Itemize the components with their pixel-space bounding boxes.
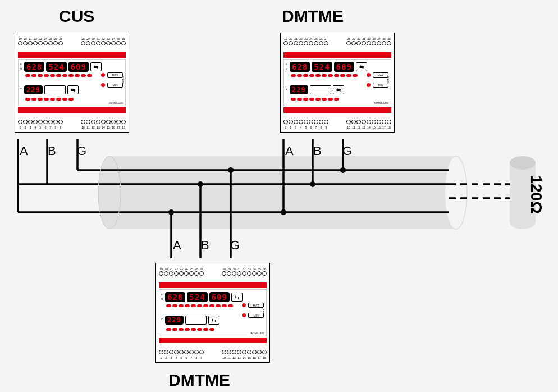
- terminal-strip-bottom: 1 2 3 4 5 6 7 8 9 10 11 12 13 14 15 16 1…: [18, 115, 126, 129]
- display-value-1: 628: [24, 62, 44, 72]
- red-band: [18, 107, 126, 113]
- nav-button[interactable]: ⇆: [208, 316, 219, 325]
- svg-point-20: [198, 181, 203, 187]
- indicator-row: [25, 98, 74, 101]
- min-button[interactable]: MIN: [373, 83, 388, 88]
- meter-device-dmtme: 192021222324252627 282930313233343536 K …: [280, 33, 395, 133]
- display-value-4: 229: [165, 316, 184, 325]
- nav-button[interactable]: ⇆: [90, 62, 102, 71]
- indicator-row: [25, 74, 92, 77]
- wire-label-a: A: [20, 144, 28, 158]
- nav-button[interactable]: ⇆: [67, 85, 79, 94]
- wire-label-a: A: [285, 144, 294, 158]
- setup-label: SET-UP: [121, 75, 124, 83]
- terminal-strip-top: 19 20 21 22 23 24 25 26 27 28 29 30 31 3…: [18, 36, 126, 51]
- terminal-strip-top: 192021222324252627 282930313233343536: [283, 36, 391, 51]
- wire-label-g: G: [77, 144, 86, 158]
- nav-button[interactable]: ⇆: [356, 62, 367, 71]
- wire-label-b: B: [313, 144, 322, 158]
- device-face: K M V 628 524 609 ⇆ MAX MIN SET-UP 229 ⇆…: [18, 59, 126, 106]
- indicator-dot: [101, 83, 105, 87]
- wire-label-b: B: [48, 144, 56, 158]
- display-value-2: 524: [187, 292, 207, 302]
- side-label-k: K: [20, 63, 22, 66]
- nav-button[interactable]: ⇆: [333, 85, 344, 94]
- red-band: [18, 52, 126, 58]
- svg-point-18: [168, 209, 174, 215]
- device-label-dmtme-top: DMTME: [282, 7, 344, 26]
- display-value-3: 609: [68, 62, 89, 72]
- wire-label-b: B: [201, 238, 209, 253]
- device-label-dmtme-bottom: DMTME: [168, 371, 230, 390]
- display-value-4: 229: [24, 85, 43, 94]
- nav-button[interactable]: ⇆: [231, 293, 243, 302]
- wire-label-g: G: [342, 144, 352, 158]
- svg-point-12: [281, 209, 286, 215]
- svg-point-2: [445, 156, 467, 229]
- svg-point-14: [310, 181, 315, 187]
- meter-device-cus: 19 20 21 22 23 24 25 26 27 28 29 30 31 3…: [15, 33, 129, 133]
- display-value-2: 524: [46, 62, 66, 72]
- wire-label-a: A: [173, 238, 181, 253]
- min-button[interactable]: MIN: [107, 83, 123, 88]
- display-value-1: 628: [290, 62, 310, 72]
- svg-point-16: [340, 167, 346, 173]
- device-label-cus: CUS: [59, 7, 94, 26]
- display-value-1: 628: [165, 292, 185, 302]
- side-label-v: V: [20, 88, 22, 90]
- svg-point-0: [98, 156, 121, 229]
- min-button[interactable]: MIN: [248, 313, 264, 318]
- wire-label-g: G: [230, 238, 240, 253]
- model-label: DMTME-I-485: [109, 102, 123, 104]
- indicator-dot: [101, 73, 105, 77]
- terminator-label: 120Ω: [527, 175, 545, 213]
- display-value-3: 609: [334, 62, 354, 72]
- svg-rect-1: [109, 156, 456, 229]
- display-value-4: 229: [290, 85, 308, 94]
- side-label-m: M: [20, 67, 22, 70]
- meter-device-dmtme: 192021222324252627 282930313233343536 K …: [155, 263, 270, 363]
- svg-point-22: [228, 167, 234, 173]
- display-value-3: 609: [209, 292, 230, 302]
- svg-point-23: [98, 156, 121, 229]
- display-value-2: 524: [312, 62, 332, 72]
